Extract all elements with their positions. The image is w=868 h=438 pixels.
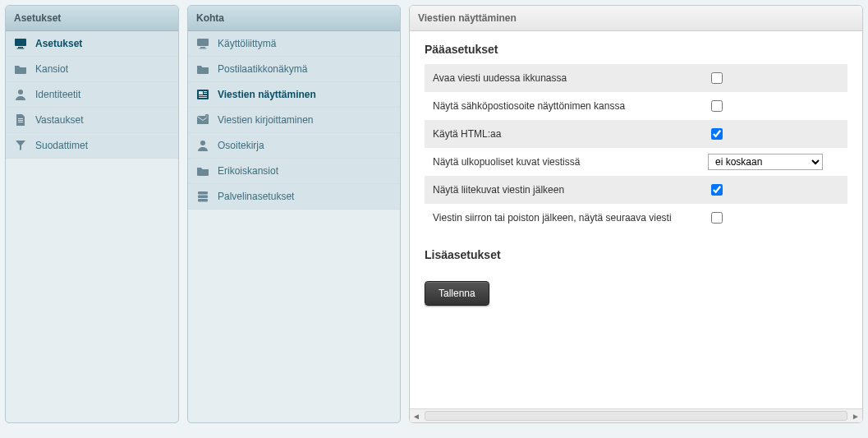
setting-control-cell xyxy=(700,204,847,232)
main-heading: Pääasetukset xyxy=(425,43,847,56)
setting-row: Näytä liitekuvat viestin jälkeen xyxy=(425,176,847,204)
setting-label: Käytä HTML:aa xyxy=(425,120,700,148)
folder-icon xyxy=(196,62,209,76)
document-icon xyxy=(14,113,27,127)
svg-rect-20 xyxy=(198,196,208,199)
sidebar-item-label: Suodattimet xyxy=(35,140,88,151)
sidebar-item[interactable]: Suodattimet xyxy=(6,133,178,159)
monitor-icon xyxy=(14,37,27,50)
setting-control-cell xyxy=(700,176,847,204)
setting-label: Näytä liitekuvat viestin jälkeen xyxy=(425,176,700,204)
section-item-label: Osoitekirja xyxy=(218,140,264,151)
section-item[interactable]: Postilaatikkonäkymä xyxy=(188,57,400,82)
svg-rect-0 xyxy=(15,39,26,46)
sidebar-item[interactable]: Kansiot xyxy=(6,57,178,82)
scroll-right-arrow[interactable]: ► xyxy=(849,409,862,422)
setting-row: Avaa viesti uudessa ikkunassa xyxy=(425,64,847,92)
svg-point-18 xyxy=(200,141,205,145)
setting-label: Avaa viesti uudessa ikkunassa xyxy=(425,64,700,92)
splitter-handle[interactable] xyxy=(409,200,410,229)
sections-title: Kohta xyxy=(188,6,400,31)
monitor-icon xyxy=(196,37,209,50)
setting-row: Viestin siirron tai poiston jälkeen, näy… xyxy=(425,204,847,232)
setting-row: Näytä sähköpostiosoite näyttönimen kanss… xyxy=(425,92,847,120)
person-icon xyxy=(14,88,27,101)
section-item[interactable]: +Viestien kirjoittaminen xyxy=(188,108,400,133)
setting-control-cell xyxy=(700,92,847,120)
section-item-label: Viestien näyttäminen xyxy=(218,89,316,100)
setting-checkbox[interactable] xyxy=(711,100,723,112)
setting-checkbox[interactable] xyxy=(711,212,723,224)
svg-rect-1 xyxy=(18,47,23,48)
svg-rect-11 xyxy=(199,91,203,95)
svg-rect-5 xyxy=(18,120,23,121)
svg-rect-9 xyxy=(200,48,207,49)
setting-label: Viestin siirron tai poiston jälkeen, näy… xyxy=(425,204,700,232)
person-icon xyxy=(196,139,209,152)
settings-sidebar: Asetukset AsetuksetKansiotIdentiteetitVa… xyxy=(5,5,179,423)
server-icon xyxy=(196,190,209,203)
sidebar-item[interactable]: Vastaukset xyxy=(6,108,178,133)
svg-rect-2 xyxy=(17,48,25,49)
form-content: Pääasetukset Avaa viesti uudessa ikkunas… xyxy=(410,31,862,422)
section-item[interactable]: Käyttöliittymä xyxy=(188,31,400,57)
section-item[interactable]: Osoitekirja xyxy=(188,133,400,159)
svg-rect-15 xyxy=(199,97,207,98)
sidebar-item[interactable]: Identiteetit xyxy=(6,82,178,108)
horizontal-scrollbar[interactable]: ◄ ► xyxy=(410,408,862,422)
folder-icon xyxy=(196,164,209,178)
save-button[interactable]: Tallenna xyxy=(425,281,489,306)
sections-panel: Kohta KäyttöliittymäPostilaatikkonäkymäV… xyxy=(187,5,401,423)
folder-icon xyxy=(14,62,27,76)
setting-select[interactable]: ei koskaan xyxy=(708,154,823,170)
svg-rect-13 xyxy=(204,93,207,94)
section-item[interactable]: Erikoiskansiot xyxy=(188,159,400,184)
scroll-left-arrow[interactable]: ◄ xyxy=(410,409,423,422)
svg-rect-19 xyxy=(198,191,208,195)
setting-row: Näytä ulkopuoliset kuvat viestissäei kos… xyxy=(425,148,847,176)
section-item-label: Palvelinasetukset xyxy=(218,191,294,202)
setting-label: Näytä ulkopuoliset kuvat viestissä xyxy=(425,148,700,176)
sidebar-item[interactable]: Asetukset xyxy=(6,31,178,57)
section-item-label: Erikoiskansiot xyxy=(218,165,278,177)
section-item-label: Postilaatikkonäkymä xyxy=(218,63,307,75)
sidebar-item-label: Asetukset xyxy=(35,38,82,49)
svg-rect-6 xyxy=(18,122,23,122)
svg-rect-12 xyxy=(204,91,207,92)
sidebar-title: Asetukset xyxy=(6,6,178,31)
setting-control-cell xyxy=(700,64,847,92)
setting-control-cell: ei koskaan xyxy=(700,148,847,176)
compose-icon: + xyxy=(196,113,209,127)
section-item-label: Käyttöliittymä xyxy=(218,38,276,49)
extra-heading: Lisäasetukset xyxy=(425,248,847,261)
svg-rect-21 xyxy=(198,199,208,202)
svg-rect-4 xyxy=(18,118,23,119)
setting-checkbox[interactable] xyxy=(711,184,723,196)
svg-rect-8 xyxy=(200,47,205,48)
form-panel: Viestien näyttäminen Pääasetukset Avaa v… xyxy=(409,5,863,423)
news-icon xyxy=(196,88,209,101)
setting-checkbox[interactable] xyxy=(711,72,723,84)
setting-label: Näytä sähköpostiosoite näyttönimen kanss… xyxy=(425,92,700,120)
setting-checkbox[interactable] xyxy=(711,128,723,140)
funnel-icon xyxy=(14,139,27,152)
section-item[interactable]: Viestien näyttäminen xyxy=(188,82,400,108)
section-item-label: Viestien kirjoittaminen xyxy=(218,114,314,126)
sidebar-item-label: Kansiot xyxy=(35,63,68,75)
svg-rect-14 xyxy=(199,95,207,96)
setting-control-cell xyxy=(700,120,847,148)
sidebar-item-label: Vastaukset xyxy=(35,114,83,126)
section-item[interactable]: Palvelinasetukset xyxy=(188,184,400,210)
setting-row: Käytä HTML:aa xyxy=(425,120,847,148)
settings-table: Avaa viesti uudessa ikkunassaNäytä sähkö… xyxy=(425,64,847,232)
form-title: Viestien näyttäminen xyxy=(410,6,862,31)
svg-rect-7 xyxy=(197,39,209,46)
scroll-track[interactable] xyxy=(425,411,847,421)
svg-point-3 xyxy=(18,90,23,95)
sidebar-item-label: Identiteetit xyxy=(35,89,80,100)
